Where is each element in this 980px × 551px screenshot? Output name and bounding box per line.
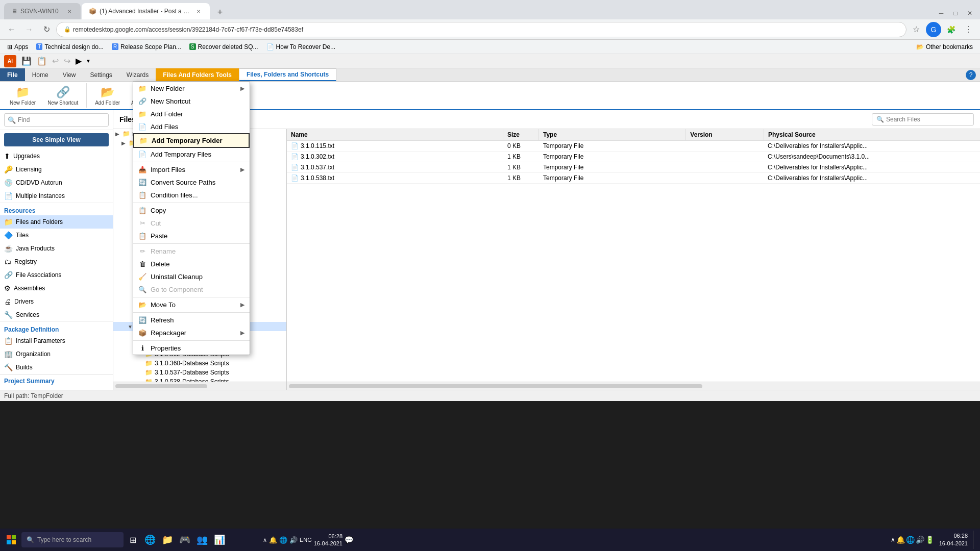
tab-close-1[interactable]: ✕ [194,7,203,15]
undo-quick-btn[interactable]: ↩ [50,55,61,67]
tree-hscroll[interactable] [113,382,286,390]
file-row-1[interactable]: 📄 3.1.0.302.txt 1 KB Temporary File [287,152,980,162]
show-desktop-button[interactable] [973,531,976,549]
minimize-browser-button[interactable]: ─ [935,7,947,19]
col-version-header[interactable]: Version [686,129,764,140]
col-size-header[interactable]: Size [503,129,539,140]
bookmark-2[interactable]: R Release Scope Plan... [109,42,184,52]
tab-inactive[interactable]: 🖥 SGVN-WIN10 ✕ [4,3,81,19]
sidebar-item-services[interactable]: 🔧 Services [0,308,113,321]
ctx-go-to-component[interactable]: 🔍 Go to Component [133,283,250,296]
project-summary-link[interactable]: Project Summary [0,374,113,388]
sidebar-item-file-associations[interactable]: 🔗 File Associations [0,268,113,282]
ctx-copy[interactable]: 📋 Copy [133,204,250,217]
address-bar[interactable]: 🔒 remotedesktop.google.com/access/sessio… [56,22,906,37]
tab-settings[interactable]: Settings [83,68,119,81]
ctx-refresh[interactable]: 🔄 Refresh [133,314,250,327]
paste-quick-btn[interactable]: 📋 [35,55,49,67]
sidebar-item-files-folders[interactable]: 📁 Files and Folders [0,215,113,229]
tab-files-folders-shortcuts[interactable]: Files, Folders and Shortcuts [239,68,336,81]
reload-button[interactable]: ↻ [39,22,54,37]
bookmark-1[interactable]: T Technical design do... [33,42,107,52]
bookmark-button[interactable]: ☆ [909,22,924,37]
ctx-uninstall-cleanup[interactable]: 🧹 Uninstall Cleanup [133,270,250,283]
file-hscroll[interactable] [287,382,980,390]
ctx-delete[interactable]: 🗑 Delete [133,258,250,270]
os-taskbar-excel[interactable]: 📊 [211,532,228,548]
ctx-add-temporary-files[interactable]: 📄 Add Temporary Files [133,148,250,161]
sidebar-item-multiple-instances[interactable]: 📄 Multiple Instances [0,189,113,203]
simple-view-button[interactable]: See Simple View [4,133,109,146]
tab-active[interactable]: 📦 (1) Advanced Installer - Post a re... … [82,3,210,19]
redo-quick-btn[interactable]: ↪ [62,55,72,67]
tree-row[interactable]: 📁 3.1.0.360-Database Scripts [113,359,286,368]
tree-row[interactable]: 📁 3.1.0.537-Database Scripts [113,368,286,377]
bookmark-3[interactable]: S Recover deleted SQ... [186,42,261,52]
file-row-3[interactable]: 📄 3.1.0.538.txt 1 KB Temporary File [287,173,980,184]
tab-wizards[interactable]: Wizards [119,68,156,81]
sidebar-item-cd-dvd[interactable]: 💿 CD/DVD Autorun [0,176,113,189]
os-taskbar-xbox[interactable]: 🎮 [177,532,193,548]
col-source-header[interactable]: Physical Source [764,129,980,140]
os-taskbar-explorer[interactable]: 📁 [159,532,176,548]
ctx-add-folder[interactable]: 📁 Add Folder [133,108,250,120]
ctx-import-files[interactable]: 📥 Import Files ▶ [133,163,250,176]
tab-close-0[interactable]: ✕ [65,7,74,15]
ctx-convert-paths[interactable]: 🔄 Convert Source Paths [133,176,250,189]
os-task-view[interactable]: ⊞ [125,532,141,548]
os-taskbar-chrome[interactable]: 🌐 [142,532,158,548]
sidebar-search-input[interactable] [18,116,105,123]
sidebar-item-install-params[interactable]: 📋 Install Parameters [0,334,113,347]
ctx-new-folder[interactable]: 📁 New Folder ▶ [133,82,250,95]
sidebar-item-builds[interactable]: 🔨 Builds [0,361,113,374]
close-browser-button[interactable]: ✕ [964,7,976,19]
sidebar-item-licensing[interactable]: 🔑 Licensing [0,163,113,176]
col-type-header[interactable]: Type [539,129,686,140]
ctx-cut[interactable]: ✂ Cut [133,217,250,230]
os-clock[interactable]: 06:28 16-04-2021 [314,533,342,547]
os-notification-button[interactable]: 💬 [345,536,353,544]
save-quick-btn[interactable]: 💾 [19,55,34,67]
sidebar-item-upgrades[interactable]: ⬆ Upgrades [0,149,113,163]
sidebar-item-registry[interactable]: 🗂 Registry [0,255,113,268]
ctx-new-shortcut[interactable]: 🔗 New Shortcut [133,95,250,108]
ctx-add-temporary-folder[interactable]: 📁 Add Temporary Folder [133,133,250,148]
maximize-browser-button[interactable]: □ [949,7,962,19]
ctx-repackager[interactable]: 📦 Repackager ▶ [133,327,250,339]
profile-button[interactable]: G [926,22,941,37]
tree-row[interactable]: 📁 3.1.0.538-Database Scripts [113,377,286,382]
sidebar-item-drivers[interactable]: 🖨 Drivers [0,295,113,308]
taskbar-clock-right[interactable]: 06:28 16-04-2021 [936,532,971,548]
os-taskbar-teams[interactable]: 👥 [194,532,210,548]
other-bookmarks[interactable]: 📂 Other bookmarks [913,42,976,52]
bookmark-4[interactable]: 📄 How To Recover De... [263,42,339,52]
dropdown-qa[interactable]: ▼ [85,57,92,65]
tab-home[interactable]: Home [25,68,56,81]
ctx-properties[interactable]: ℹ Properties [133,342,250,355]
sidebar-item-organization[interactable]: 🏢 Organization [0,347,113,361]
sidebar-item-assemblies[interactable]: ⚙ Assemblies [0,282,113,295]
col-name-header[interactable]: Name [287,129,503,140]
ctx-add-files[interactable]: 📄 Add Files [133,120,250,133]
os-start-button[interactable] [2,531,20,549]
new-shortcut-ribbon-btn[interactable]: 🔗 New Shortcut [42,84,83,108]
sidebar-item-tiles[interactable]: 🔷 Tiles [0,229,113,242]
ctx-condition-files[interactable]: 📋 Condition files... [133,189,250,202]
menu-button[interactable]: ⋮ [961,22,976,37]
search-files-input[interactable] [886,116,969,123]
apps-bookmark[interactable]: ⊞ Apps [4,42,31,52]
new-folder-ribbon-btn[interactable]: 📁 New Folder [4,83,41,108]
sidebar-item-java[interactable]: ☕ Java Products [0,242,113,255]
help-button[interactable]: ? [966,70,976,80]
file-row-2[interactable]: 📄 3.1.0.537.txt 1 KB Temporary File [287,162,980,173]
extensions-button[interactable]: 🧩 [943,22,959,37]
tab-file[interactable]: File [0,68,25,81]
ctx-move-to[interactable]: 📂 Move To ▶ [133,298,250,311]
search-files-box[interactable]: 🔍 [872,113,974,126]
tray-icons[interactable]: ∧ 🔔 🌐 🔊 🔋 [891,536,934,544]
run-quick-btn[interactable]: ▶ [74,55,84,67]
tab-files-folders-tools[interactable]: Files And Folders Tools [156,68,239,81]
os-search[interactable]: 🔍 Type here to search [21,532,124,547]
file-row-0[interactable]: 📄 3.1.0.115.txt 0 KB Temporary File [287,141,980,152]
ctx-paste[interactable]: 📋 Paste [133,230,250,242]
